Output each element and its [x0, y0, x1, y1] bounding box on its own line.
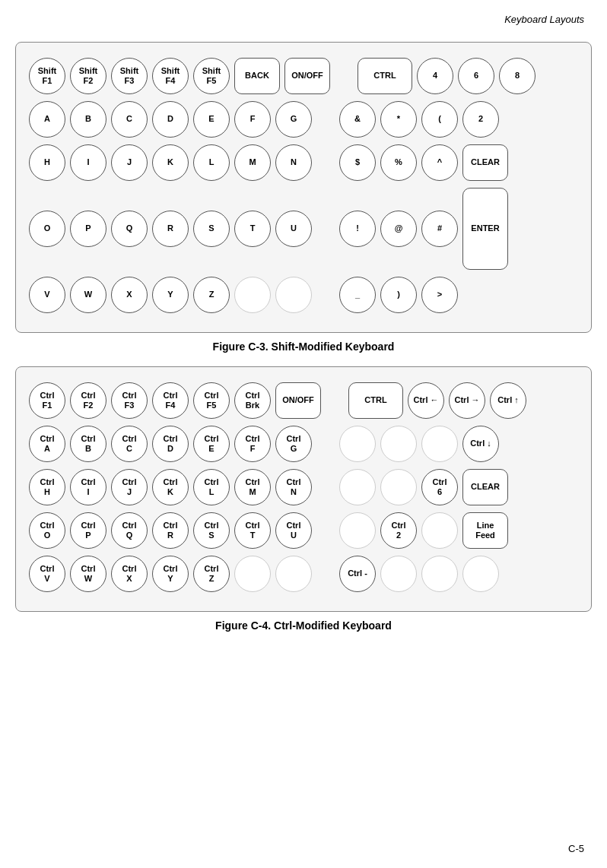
- key[interactable]: Shift F3: [111, 58, 148, 94]
- key[interactable]: O: [29, 211, 65, 247]
- key[interactable]: Ctrl P: [70, 512, 106, 549]
- key[interactable]: Ctrl F3: [111, 382, 148, 419]
- key[interactable]: ): [380, 277, 417, 313]
- key[interactable]: CTRL: [358, 58, 412, 94]
- key[interactable]: >: [421, 277, 458, 313]
- key[interactable]: Ctrl G: [275, 426, 312, 462]
- key[interactable]: [339, 469, 376, 505]
- key[interactable]: Ctrl ↑: [490, 382, 526, 419]
- key[interactable]: X: [111, 277, 148, 313]
- key[interactable]: H: [29, 144, 65, 181]
- key[interactable]: [275, 556, 312, 592]
- key[interactable]: ON/OFF: [275, 382, 321, 419]
- key[interactable]: [421, 426, 458, 462]
- key[interactable]: *: [380, 101, 417, 138]
- key[interactable]: 4: [417, 58, 453, 94]
- key[interactable]: (: [421, 101, 458, 138]
- key[interactable]: [421, 512, 458, 549]
- key[interactable]: Ctrl F4: [152, 382, 189, 419]
- key[interactable]: G: [275, 101, 312, 138]
- key[interactable]: Ctrl I: [70, 469, 106, 505]
- key[interactable]: 6: [458, 58, 494, 94]
- key[interactable]: N: [275, 144, 312, 181]
- key[interactable]: ENTER: [462, 188, 508, 270]
- key[interactable]: Shift F5: [193, 58, 230, 94]
- key[interactable]: T: [234, 211, 271, 247]
- key[interactable]: Z: [193, 277, 230, 313]
- key[interactable]: ^: [421, 144, 458, 181]
- key[interactable]: Ctrl Y: [152, 556, 189, 592]
- key[interactable]: Ctrl X: [111, 556, 148, 592]
- key[interactable]: Shift F1: [29, 58, 65, 94]
- key[interactable]: [234, 277, 271, 313]
- key[interactable]: Shift F4: [152, 58, 189, 94]
- key[interactable]: Line Feed: [462, 512, 508, 549]
- key[interactable]: R: [152, 211, 189, 247]
- key[interactable]: Ctrl N: [275, 469, 312, 505]
- key[interactable]: Ctrl -: [339, 556, 376, 592]
- key[interactable]: [380, 556, 417, 592]
- key[interactable]: D: [152, 101, 189, 138]
- key[interactable]: U: [275, 211, 312, 247]
- key[interactable]: [339, 426, 376, 462]
- key[interactable]: !: [339, 211, 376, 247]
- key[interactable]: &: [339, 101, 376, 138]
- key[interactable]: Ctrl Q: [111, 512, 148, 549]
- key[interactable]: Ctrl M: [234, 469, 271, 505]
- key[interactable]: [275, 277, 312, 313]
- key[interactable]: #: [421, 211, 458, 247]
- key[interactable]: Ctrl H: [29, 469, 65, 505]
- key[interactable]: Ctrl F5: [193, 382, 230, 419]
- key[interactable]: _: [339, 277, 376, 313]
- key[interactable]: E: [193, 101, 230, 138]
- key[interactable]: V: [29, 277, 65, 313]
- key[interactable]: [380, 469, 417, 505]
- key[interactable]: [234, 556, 271, 592]
- key[interactable]: $: [339, 144, 376, 181]
- key[interactable]: Ctrl R: [152, 512, 189, 549]
- key[interactable]: @: [380, 211, 417, 247]
- key[interactable]: [339, 512, 376, 549]
- key[interactable]: Ctrl F1: [29, 382, 65, 419]
- key[interactable]: S: [193, 211, 230, 247]
- key[interactable]: J: [111, 144, 148, 181]
- key[interactable]: Ctrl Z: [193, 556, 230, 592]
- key[interactable]: Ctrl C: [111, 426, 148, 462]
- key[interactable]: Ctrl D: [152, 426, 189, 462]
- key[interactable]: Q: [111, 211, 148, 247]
- key[interactable]: F: [234, 101, 271, 138]
- key[interactable]: Ctrl →: [449, 382, 485, 419]
- key[interactable]: [380, 426, 417, 462]
- key[interactable]: [462, 556, 499, 592]
- key[interactable]: Ctrl F2: [70, 382, 106, 419]
- key[interactable]: CLEAR: [462, 469, 508, 505]
- key[interactable]: Ctrl B: [70, 426, 106, 462]
- key[interactable]: Ctrl W: [70, 556, 106, 592]
- key[interactable]: Ctrl S: [193, 512, 230, 549]
- key[interactable]: CTRL: [348, 382, 403, 419]
- key[interactable]: Ctrl U: [275, 512, 312, 549]
- key[interactable]: Ctrl K: [152, 469, 189, 505]
- key[interactable]: W: [70, 277, 106, 313]
- key[interactable]: BACK: [234, 58, 280, 94]
- key[interactable]: Ctrl A: [29, 426, 65, 462]
- key[interactable]: K: [152, 144, 189, 181]
- key[interactable]: Ctrl O: [29, 512, 65, 549]
- key[interactable]: L: [193, 144, 230, 181]
- key[interactable]: Ctrl E: [193, 426, 230, 462]
- key[interactable]: C: [111, 101, 148, 138]
- key[interactable]: Shift F2: [70, 58, 106, 94]
- key[interactable]: A: [29, 101, 65, 138]
- key[interactable]: I: [70, 144, 106, 181]
- key[interactable]: Ctrl J: [111, 469, 148, 505]
- key[interactable]: B: [70, 101, 106, 138]
- key[interactable]: Ctrl F: [234, 426, 271, 462]
- key[interactable]: Ctrl 2: [380, 512, 417, 549]
- key[interactable]: %: [380, 144, 417, 181]
- key[interactable]: Ctrl ↓: [462, 426, 499, 462]
- key[interactable]: M: [234, 144, 271, 181]
- key[interactable]: CLEAR: [462, 144, 508, 181]
- key[interactable]: 8: [499, 58, 535, 94]
- key[interactable]: Ctrl V: [29, 556, 65, 592]
- key[interactable]: Ctrl 6: [421, 469, 458, 505]
